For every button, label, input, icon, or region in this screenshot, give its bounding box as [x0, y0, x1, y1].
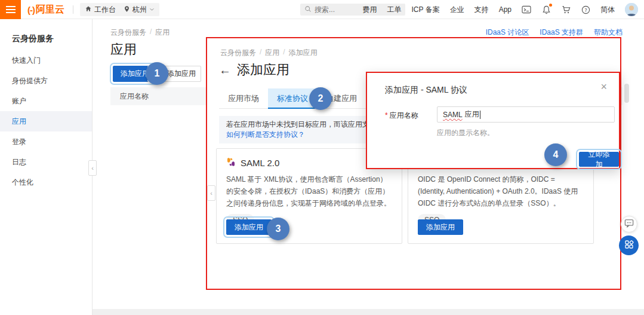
- cloudshell-icon[interactable]: [522, 5, 531, 14]
- bottom-strip: [92, 309, 644, 315]
- workspace-button[interactable]: 工作台: [80, 3, 121, 16]
- menu-item-billing[interactable]: 费用: [363, 5, 377, 15]
- card-description: OIDC 是 OpenID Connect 的简称，OIDC = (Identi…: [418, 174, 584, 209]
- console-page: (-) 阿里云 工作台 杭州 费用 工单: [0, 0, 644, 315]
- breadcrumb: 云身份服务 / 应用 / 添加应用: [220, 48, 318, 58]
- step-annotation-3: 3: [267, 218, 289, 240]
- dialog-title: 添加应用 - SAML 协议: [385, 85, 467, 96]
- svg-text:?: ?: [584, 7, 587, 13]
- breadcrumb: 云身份服务 / 应用: [110, 27, 170, 38]
- input-value-word: SAML: [443, 111, 463, 119]
- help-icon[interactable]: ?: [581, 5, 590, 14]
- menu-item-tickets[interactable]: 工单: [387, 5, 402, 15]
- chat-bubble-icon: [624, 219, 634, 230]
- feedback-chat-button[interactable]: [621, 216, 637, 233]
- page-title: 应用: [110, 41, 137, 59]
- breadcrumb-item[interactable]: 应用: [265, 48, 279, 58]
- breadcrumb-item: 应用: [155, 27, 170, 38]
- hamburger-menu-icon[interactable]: [0, 0, 21, 19]
- breadcrumb-item[interactable]: 云身份服务: [110, 27, 146, 38]
- step-annotation-4: 4: [544, 143, 567, 166]
- help-links: IDaaS 讨论区 IDaaS 支持群 帮助文档: [486, 27, 623, 38]
- locale-switcher[interactable]: 简体: [600, 5, 615, 15]
- menu-item-support[interactable]: 支持: [474, 5, 489, 15]
- field-helper-text: 应用的显示名称。: [437, 128, 494, 138]
- sidebar-title: 云身份服务: [0, 19, 92, 50]
- add-saml-app-dialog: 添加应用 - SAML 协议 × *应用名称 SAML 应用 应用的显示名称。 …: [366, 72, 620, 169]
- sidebar-item-logs[interactable]: 日志: [0, 152, 92, 172]
- sidebar-item-login[interactable]: 登录: [0, 131, 92, 152]
- sidebar-item-accounts[interactable]: 账户: [0, 91, 92, 111]
- logo-bracket-mark: (-): [27, 5, 35, 15]
- back-arrow-icon[interactable]: ←: [219, 64, 231, 76]
- sidebar-item-quickstart[interactable]: 快速入门: [0, 50, 92, 71]
- search-icon: [304, 4, 312, 15]
- text-caret: [480, 111, 480, 119]
- chevron-down-icon: [149, 5, 155, 14]
- menu-item-app[interactable]: App: [499, 5, 511, 14]
- breadcrumb-item[interactable]: 云身份服务: [220, 48, 256, 58]
- link-idaas-support-group[interactable]: IDaaS 支持群: [540, 27, 583, 38]
- grid-squares-icon: [624, 240, 634, 252]
- tab-app-market[interactable]: 应用市场: [219, 88, 268, 109]
- home-icon: [85, 5, 92, 14]
- notification-bell-icon[interactable]: [541, 5, 551, 14]
- card-title: SAML 2.0: [241, 158, 279, 168]
- sidebar-collapse-handle[interactable]: ‹: [88, 160, 97, 176]
- mini-apps-button[interactable]: [619, 236, 639, 255]
- region-selector[interactable]: 杭州: [119, 3, 159, 16]
- step-annotation-2: 2: [309, 87, 332, 110]
- aliyun-logo[interactable]: (-) 阿里云: [27, 0, 64, 19]
- panel-collapse-handle[interactable]: ‹: [207, 185, 215, 201]
- close-icon[interactable]: ×: [600, 81, 607, 92]
- link-help-docs[interactable]: 帮助文档: [594, 27, 623, 38]
- card-description: SAML 基于 XML协议，使用包含断言（Assertion）的安全令牌，在授权…: [226, 174, 392, 209]
- location-pin-icon: [124, 5, 130, 14]
- cart-icon[interactable]: [561, 5, 571, 14]
- divider: [73, 5, 73, 14]
- sidebar: 云身份服务 快速入门 身份提供方 账户 应用 登录 日志 个性化: [0, 19, 93, 315]
- saml-add-application-button[interactable]: 添加应用: [226, 219, 272, 235]
- input-value-rest: 应用: [465, 109, 479, 120]
- menu-item-enterprise[interactable]: 企业: [450, 5, 464, 15]
- topbar-right-menu: 费用 工单 ICP 备案 企业 支持 App ? 简体: [363, 0, 638, 19]
- app-name-input[interactable]: SAML 应用: [437, 106, 615, 123]
- oidc-add-application-button[interactable]: 添加应用: [418, 219, 463, 235]
- menu-item-icp[interactable]: ICP 备案: [412, 5, 440, 15]
- sidebar-item-applications[interactable]: 应用: [0, 111, 92, 131]
- topbar: (-) 阿里云 工作台 杭州 费用 工单: [0, 0, 644, 19]
- submit-add-now-button[interactable]: 立即添加: [579, 152, 619, 167]
- user-avatar[interactable]: [625, 3, 638, 16]
- required-mark: *: [385, 111, 388, 120]
- saml-logo-icon: [226, 157, 236, 169]
- sidebar-item-idp[interactable]: 身份提供方: [0, 71, 92, 91]
- notification-badge-dot: [549, 4, 552, 7]
- link-idaas-forum[interactable]: IDaaS 讨论区: [486, 27, 529, 38]
- breadcrumb-item: 添加应用: [289, 48, 318, 58]
- scrollbar-thumb[interactable]: [624, 84, 629, 103]
- step-annotation-1: 1: [146, 62, 168, 85]
- app-name-label: *应用名称: [385, 111, 418, 121]
- panel-title: 添加应用: [237, 61, 289, 79]
- sidebar-item-personalization[interactable]: 个性化: [0, 172, 92, 192]
